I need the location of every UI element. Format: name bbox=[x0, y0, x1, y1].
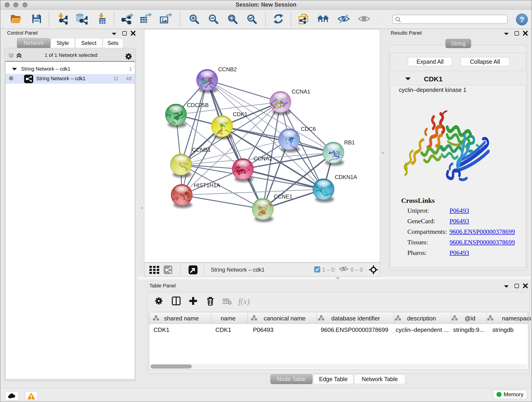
svg-text:HIST1H1A: HIST1H1A bbox=[194, 182, 220, 188]
svg-text:CCNB1: CCNB1 bbox=[192, 147, 210, 153]
svg-text:CDK1: CDK1 bbox=[233, 111, 247, 117]
svg-text:CCNA2: CCNA2 bbox=[254, 155, 272, 162]
svg-text:CDKN1A: CDKN1A bbox=[335, 174, 357, 180]
svg-text:CCNA1: CCNA1 bbox=[292, 89, 310, 95]
svg-text:RB1: RB1 bbox=[344, 139, 355, 146]
svg-text:CCNE1: CCNE1 bbox=[274, 193, 292, 200]
svg-text:CCNB2: CCNB2 bbox=[218, 66, 237, 72]
svg-text:CDC6: CDC6 bbox=[301, 126, 316, 132]
svg-text:CDC25B: CDC25B bbox=[187, 102, 209, 108]
